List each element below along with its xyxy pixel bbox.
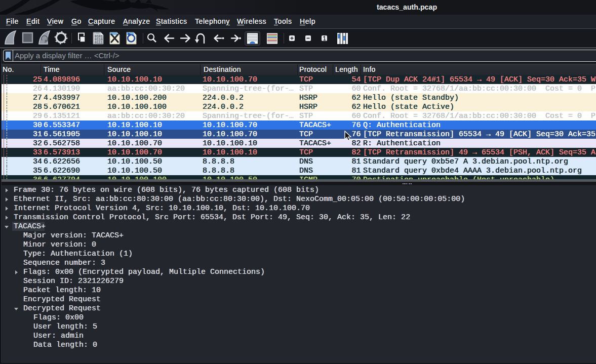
svg-text:0111: 0111 (95, 41, 103, 45)
